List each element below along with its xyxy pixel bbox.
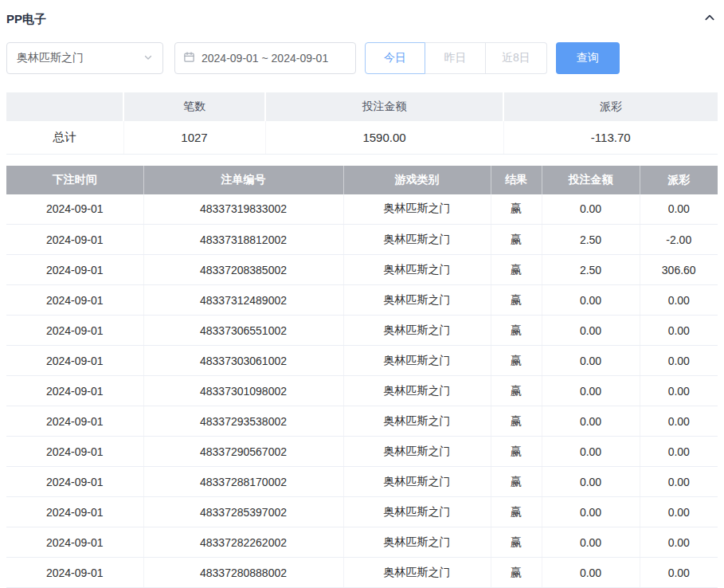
cell-bet: 0.00 [542,558,640,588]
panel-title: PP电子 [6,12,46,27]
cell-order-id: 48337208385002 [143,255,343,285]
cell-result: 赢 [491,225,542,255]
cell-bet: 2.50 [542,255,640,285]
cell-time: 2024-09-01 [6,527,143,558]
summary-header-empty [6,92,123,121]
cell-game: 奥林匹斯之门 [343,497,491,527]
cell-payout: 0.00 [640,316,718,346]
cell-game: 奥林匹斯之门 [343,467,491,497]
quick-range-button-1[interactable]: 昨日 [425,42,486,74]
cell-order-id: 48337285397002 [143,497,343,527]
filter-toolbar: 奥林匹斯之门 2024-09-01 ~ 2024-09-01 今日昨日近8日 查… [6,41,718,74]
cell-bet: 0.00 [542,497,640,527]
records-header-time: 下注时间 [6,166,143,194]
table-row: 2024-09-01 48337319833002 奥林匹斯之门 赢 0.00 … [6,194,718,225]
cell-result: 赢 [491,527,542,558]
cell-time: 2024-09-01 [6,225,143,255]
cell-order-id: 48337303061002 [143,346,343,376]
cell-bet: 0.00 [542,437,640,467]
cell-time: 2024-09-01 [6,406,143,437]
records-header-game: 游戏类别 [343,166,491,194]
quick-range-group: 今日昨日近8日 [365,42,547,74]
cell-payout: 0.00 [640,467,718,497]
cell-order-id: 48337312489002 [143,285,343,316]
summary-total-count: 1027 [123,121,265,154]
table-row: 2024-09-01 48337306551002 奥林匹斯之门 赢 0.00 … [6,316,718,346]
records-header-row: 下注时间 注单编号 游戏类别 结果 投注金额 派彩 [6,166,718,194]
table-row: 2024-09-01 48337301098002 奥林匹斯之门 赢 0.00 … [6,376,718,406]
cell-payout: 0.00 [640,497,718,527]
quick-range-button-2[interactable]: 近8日 [486,42,547,74]
cell-order-id: 48337288170002 [143,467,343,497]
cell-bet: 0.00 [542,194,640,225]
records-table: 下注时间 注单编号 游戏类别 结果 投注金额 派彩 2024-09-01 483… [6,166,718,588]
cell-time: 2024-09-01 [6,558,143,588]
cell-payout: 0.00 [640,376,718,406]
cell-payout: 0.00 [640,346,718,376]
cell-bet: 0.00 [542,376,640,406]
cell-result: 赢 [491,194,542,225]
game-select[interactable]: 奥林匹斯之门 [6,42,163,74]
chevron-down-icon [143,52,153,65]
table-row: 2024-09-01 48337303061002 奥林匹斯之门 赢 0.00 … [6,346,718,376]
cell-order-id: 48337301098002 [143,376,343,406]
cell-time: 2024-09-01 [6,255,143,285]
cell-result: 赢 [491,255,542,285]
summary-header-row: 笔数 投注金额 派彩 [6,92,718,121]
cell-order-id: 48337293538002 [143,406,343,437]
cell-time: 2024-09-01 [6,194,143,225]
query-button[interactable]: 查询 [556,42,620,74]
cell-game: 奥林匹斯之门 [343,316,491,346]
table-row: 2024-09-01 48337290567002 奥林匹斯之门 赢 0.00 … [6,437,718,467]
quick-range-button-0[interactable]: 今日 [365,42,425,74]
cell-payout: 0.00 [640,527,718,558]
cell-game: 奥林匹斯之门 [343,225,491,255]
summary-table: 笔数 投注金额 派彩 总计 1027 1590.00 -113.70 [6,92,718,155]
table-row: 2024-09-01 48337293538002 奥林匹斯之门 赢 0.00 … [6,406,718,437]
cell-result: 赢 [491,406,542,437]
records-table-body: 2024-09-01 48337319833002 奥林匹斯之门 赢 0.00 … [6,194,718,588]
cell-time: 2024-09-01 [6,316,143,346]
date-range-picker[interactable]: 2024-09-01 ~ 2024-09-01 [174,42,356,74]
pp-electronic-panel: PP电子 奥林匹斯之门 2024-09-01 ~ 2024-09-01 今日昨日… [0,0,724,588]
cell-order-id: 48337290567002 [143,437,343,467]
cell-result: 赢 [491,437,542,467]
calendar-icon [183,51,195,65]
cell-order-id: 48337282262002 [143,527,343,558]
summary-total-bet-amount: 1590.00 [265,121,503,154]
cell-time: 2024-09-01 [6,285,143,316]
cell-time: 2024-09-01 [6,346,143,376]
cell-game: 奥林匹斯之门 [343,406,491,437]
cell-game: 奥林匹斯之门 [343,558,491,588]
cell-time: 2024-09-01 [6,376,143,406]
table-row: 2024-09-01 48337312489002 奥林匹斯之门 赢 0.00 … [6,285,718,316]
cell-game: 奥林匹斯之门 [343,437,491,467]
cell-result: 赢 [491,467,542,497]
collapse-button[interactable] [702,10,718,29]
cell-time: 2024-09-01 [6,467,143,497]
cell-time: 2024-09-01 [6,437,143,467]
cell-payout: 306.60 [640,255,718,285]
cell-bet: 0.00 [542,316,640,346]
cell-payout: 0.00 [640,285,718,316]
records-header-payout: 派彩 [640,166,718,194]
table-row: 2024-09-01 48337280888002 奥林匹斯之门 赢 0.00 … [6,558,718,588]
cell-game: 奥林匹斯之门 [343,346,491,376]
panel-header: PP电子 [6,0,718,32]
cell-payout: 0.00 [640,558,718,588]
records-header-bet: 投注金额 [542,166,640,194]
cell-game: 奥林匹斯之门 [343,255,491,285]
cell-game: 奥林匹斯之门 [343,194,491,225]
cell-result: 赢 [491,285,542,316]
records-header-result: 结果 [491,166,542,194]
table-row: 2024-09-01 48337282262002 奥林匹斯之门 赢 0.00 … [6,527,718,558]
cell-order-id: 48337318812002 [143,225,343,255]
cell-result: 赢 [491,346,542,376]
table-row: 2024-09-01 48337288170002 奥林匹斯之门 赢 0.00 … [6,467,718,497]
cell-result: 赢 [491,316,542,346]
cell-time: 2024-09-01 [6,497,143,527]
summary-total-row: 总计 1027 1590.00 -113.70 [6,121,718,154]
records-header-order-id: 注单编号 [143,166,343,194]
summary-total-payout: -113.70 [503,121,718,154]
cell-bet: 0.00 [542,285,640,316]
